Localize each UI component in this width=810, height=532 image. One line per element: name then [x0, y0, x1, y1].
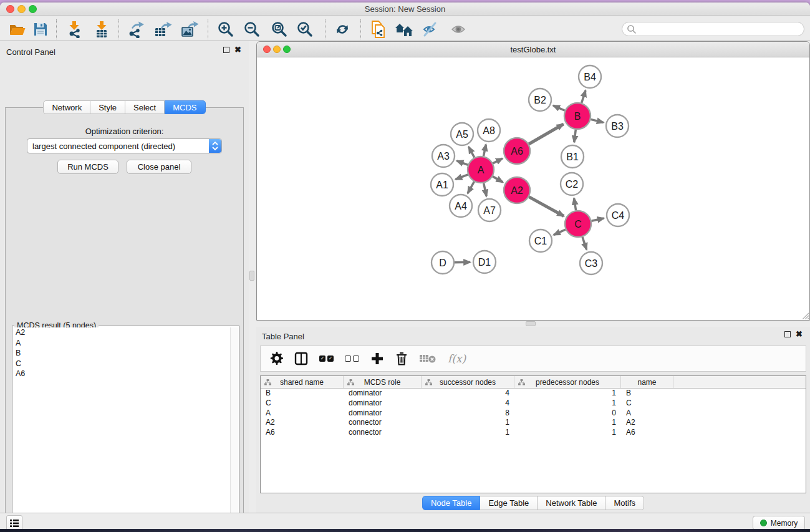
node-B2[interactable]: B2	[529, 89, 551, 111]
duplicate-network-icon[interactable]	[369, 20, 388, 39]
result-item[interactable]: A2	[13, 327, 230, 338]
node-A4[interactable]: A4	[450, 195, 472, 217]
node-C2[interactable]: C2	[561, 173, 583, 195]
edge-B-B4[interactable]	[582, 90, 586, 103]
home-view-icon[interactable]	[395, 20, 413, 39]
table-row[interactable]: Bdominator41B	[261, 389, 806, 399]
search-input[interactable]	[622, 22, 804, 36]
edge-B-B1[interactable]	[574, 130, 576, 142]
edge-A-A8[interactable]	[483, 145, 486, 157]
svg-text:D: D	[439, 258, 446, 268]
column-header-successor-nodes[interactable]: successor nodes	[422, 376, 514, 388]
tab-style[interactable]: Style	[90, 100, 125, 114]
node-B3[interactable]: B3	[606, 115, 629, 137]
result-item[interactable]: B	[13, 348, 230, 359]
open-session-icon[interactable]	[8, 20, 27, 39]
export-network-icon[interactable]	[127, 20, 145, 39]
tab-node-table[interactable]: Node Table	[422, 496, 481, 510]
node-D1[interactable]: D1	[473, 251, 496, 273]
table-row[interactable]: Cdominator41C	[261, 399, 806, 409]
edge-A6-B[interactable]	[529, 124, 563, 144]
edge-C-C3[interactable]	[582, 237, 587, 249]
node-A3[interactable]: A3	[432, 145, 455, 167]
settings-gear-icon[interactable]	[269, 351, 283, 367]
run-mcds-button[interactable]: Run MCDS	[57, 160, 118, 174]
tab-motifs[interactable]: Motifs	[605, 496, 644, 510]
apply-layout-icon[interactable]	[333, 20, 352, 39]
zoom-fit-icon[interactable]	[270, 20, 289, 39]
node-B4[interactable]: B4	[579, 65, 601, 88]
horizontal-split-grip[interactable]	[526, 321, 536, 326]
node-C[interactable]: C	[565, 211, 591, 237]
close-panel-icon[interactable]: ✖	[234, 47, 241, 53]
export-image-icon[interactable]	[180, 20, 199, 39]
import-network-icon[interactable]	[65, 20, 84, 39]
show-all-icon[interactable]	[450, 20, 468, 39]
unselect-all-columns-icon[interactable]	[345, 351, 359, 367]
edge-A-A2[interactable]	[493, 177, 503, 182]
column-header-shared-name[interactable]: shared name	[261, 376, 344, 388]
edge-A-A3[interactable]	[457, 161, 468, 165]
node-C1[interactable]: C1	[529, 230, 552, 252]
node-A2[interactable]: A2	[504, 177, 530, 203]
edge-A-A4[interactable]	[468, 181, 474, 193]
node-A6[interactable]: A6	[504, 138, 530, 164]
table-row[interactable]: A2connector11A2	[261, 418, 806, 428]
select-all-columns-icon[interactable]: ✓✓	[319, 351, 334, 367]
tab-network-table[interactable]: Network Table	[538, 496, 605, 510]
delete-columns-icon[interactable]	[395, 351, 408, 367]
edge-A-A1[interactable]	[455, 175, 468, 180]
add-column-icon[interactable]	[370, 351, 384, 367]
node-A[interactable]: A	[468, 157, 494, 183]
vertical-split-grip[interactable]	[249, 271, 254, 281]
node-A8[interactable]: A8	[478, 119, 500, 142]
zoom-in-icon[interactable]	[216, 20, 235, 39]
edge-C-C4[interactable]	[591, 218, 604, 221]
result-item[interactable]: A6	[13, 369, 230, 379]
result-item[interactable]: A	[13, 338, 230, 349]
edge-C-C1[interactable]	[554, 230, 566, 235]
result-item[interactable]: C	[13, 359, 230, 369]
tab-mcds[interactable]: MCDS	[165, 100, 205, 114]
node-A5[interactable]: A5	[451, 123, 473, 145]
float-table-panel-icon[interactable]	[784, 331, 791, 337]
edge-B-B2[interactable]	[553, 105, 565, 110]
zoom-selected-icon[interactable]	[296, 20, 314, 39]
node-A1[interactable]: A1	[431, 173, 453, 196]
zoom-out-icon[interactable]	[243, 20, 261, 39]
column-header-name[interactable]: name	[621, 376, 673, 388]
node-C3[interactable]: C3	[580, 252, 602, 274]
close-table-panel-icon[interactable]: ✖	[796, 331, 803, 337]
column-header-MCDS-role[interactable]: MCDS role	[344, 376, 422, 388]
save-session-icon[interactable]	[31, 20, 50, 39]
close-panel-button[interactable]: Close panel	[127, 160, 191, 174]
table-row[interactable]: A6connector11A6	[261, 428, 806, 438]
edge-A-A7[interactable]	[484, 183, 487, 196]
export-table-icon[interactable]	[153, 20, 172, 39]
show-columns-icon[interactable]	[294, 351, 308, 367]
table-row[interactable]: Adominator80A	[261, 409, 806, 418]
import-table-icon[interactable]	[92, 20, 111, 39]
node-D[interactable]: D	[432, 251, 454, 274]
tab-network[interactable]: Network	[43, 100, 90, 114]
network-graph[interactable]: A5A8A3A1A4A7AA6A2BB1B2B3B4CC1C2C3C4DD1	[257, 57, 809, 320]
optimization-criterion-dropdown[interactable]: largest connected component (directed)	[27, 138, 222, 153]
mcds-result-list[interactable]: A2ABCA6	[13, 327, 230, 532]
tab-select[interactable]: Select	[125, 100, 165, 114]
node-B[interactable]: B	[564, 103, 591, 129]
memory-button[interactable]: Memory	[753, 516, 805, 530]
edge-A-A6[interactable]	[493, 158, 503, 163]
result-scrollbar[interactable]	[230, 327, 238, 532]
node-A7[interactable]: A7	[478, 199, 501, 221]
hide-selected-icon[interactable]	[422, 20, 440, 39]
float-panel-icon[interactable]	[223, 47, 229, 53]
tab-edge-table[interactable]: Edge Table	[480, 496, 538, 510]
edge-A2-C[interactable]	[529, 197, 564, 216]
node-C4[interactable]: C4	[607, 204, 629, 226]
edge-A-A5[interactable]	[469, 147, 475, 157]
edge-C-C2[interactable]	[574, 198, 576, 211]
edge-B-B3[interactable]	[591, 119, 603, 122]
resize-grip-icon[interactable]	[801, 312, 809, 319]
column-header-predecessor-nodes[interactable]: predecessor nodes	[514, 376, 621, 388]
node-B1[interactable]: B1	[561, 145, 584, 168]
